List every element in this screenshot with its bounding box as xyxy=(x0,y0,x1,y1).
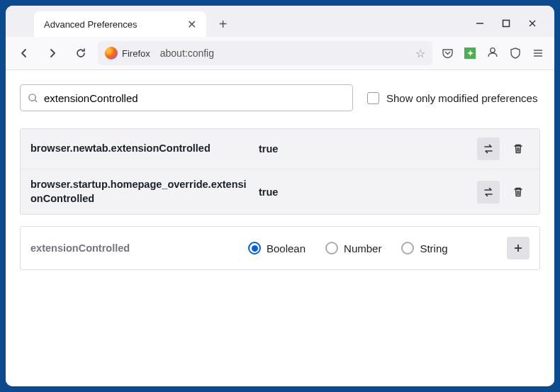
browser-window: Advanced Preferences ✕ + xyxy=(6,6,554,386)
svg-line-8 xyxy=(35,100,37,102)
search-row: Show only modified preferences xyxy=(20,84,540,111)
firefox-badge: Firefox xyxy=(105,47,155,60)
radio-label: String xyxy=(420,242,447,254)
radio-input[interactable] xyxy=(248,242,261,254)
extension-icon[interactable]: ✦ xyxy=(464,47,476,60)
pref-table: browser.newtab.extensionControlled true … xyxy=(20,128,540,215)
address-bar[interactable]: Firefox about:config ☆ xyxy=(98,41,432,65)
radio-input[interactable] xyxy=(401,242,414,254)
shield-icon[interactable] xyxy=(509,47,522,60)
forward-button[interactable] xyxy=(41,42,64,65)
pref-actions xyxy=(477,138,530,160)
new-pref-name: extensionControlled xyxy=(30,242,240,254)
search-input[interactable] xyxy=(44,92,345,104)
svg-rect-1 xyxy=(503,21,510,27)
url-text: about:config xyxy=(160,47,410,59)
browser-tab[interactable]: Advanced Preferences ✕ xyxy=(34,11,206,37)
menu-icon[interactable] xyxy=(532,47,544,60)
new-pref-row: extensionControlled Boolean Number Strin… xyxy=(20,226,540,270)
trash-icon xyxy=(513,186,524,198)
search-input-wrapper xyxy=(20,84,353,111)
radio-input[interactable] xyxy=(325,242,338,254)
pref-value: true xyxy=(259,186,469,198)
swap-icon xyxy=(482,142,495,155)
checkbox-text: Show only modified preferences xyxy=(386,92,537,104)
tab-bar: Advanced Preferences ✕ + xyxy=(6,6,554,37)
radio-label: Number xyxy=(344,242,381,254)
pref-actions xyxy=(477,181,530,203)
pref-row: browser.newtab.extensionControlled true xyxy=(21,129,539,169)
swap-icon xyxy=(482,186,495,198)
maximize-button[interactable] xyxy=(502,18,510,30)
toolbar-icons: ✦ xyxy=(438,47,547,60)
firefox-label: Firefox xyxy=(122,48,150,59)
pocket-icon[interactable] xyxy=(441,47,454,60)
radio-label: Boolean xyxy=(267,242,306,254)
plus-icon xyxy=(513,242,524,254)
modified-only-checkbox-label[interactable]: Show only modified preferences xyxy=(367,92,537,104)
back-button[interactable] xyxy=(13,42,35,65)
pref-value: true xyxy=(259,143,469,155)
pref-name: browser.newtab.extensionControlled xyxy=(30,142,250,156)
toggle-button[interactable] xyxy=(477,138,500,160)
tab-title: Advanced Preferences xyxy=(44,19,138,30)
reload-button[interactable] xyxy=(69,42,92,65)
toggle-button[interactable] xyxy=(477,181,500,203)
svg-point-7 xyxy=(29,94,35,100)
page-content: Show only modified preferences browser.n… xyxy=(6,70,554,386)
radio-number[interactable]: Number xyxy=(325,242,381,254)
search-icon xyxy=(28,93,38,103)
modified-only-checkbox[interactable] xyxy=(367,92,379,104)
minimize-button[interactable] xyxy=(475,18,485,30)
pref-name: browser.startup.homepage_override.extens… xyxy=(30,178,250,206)
bookmark-star-icon[interactable]: ☆ xyxy=(415,47,425,60)
delete-button[interactable] xyxy=(507,138,530,160)
new-tab-button[interactable]: + xyxy=(213,14,233,34)
add-button[interactable] xyxy=(507,237,530,259)
close-window-button[interactable] xyxy=(527,18,537,30)
radio-string[interactable]: String xyxy=(401,242,447,254)
trash-icon xyxy=(513,143,524,155)
account-icon[interactable] xyxy=(486,47,499,60)
close-icon[interactable]: ✕ xyxy=(187,18,196,31)
firefox-icon xyxy=(105,47,118,60)
radio-boolean[interactable]: Boolean xyxy=(248,242,306,254)
nav-toolbar: Firefox about:config ☆ ✦ xyxy=(6,37,554,70)
type-radio-group: Boolean Number String xyxy=(248,242,498,254)
window-controls xyxy=(475,18,549,30)
delete-button[interactable] xyxy=(507,181,530,203)
pref-row: browser.startup.homepage_override.extens… xyxy=(21,169,539,214)
